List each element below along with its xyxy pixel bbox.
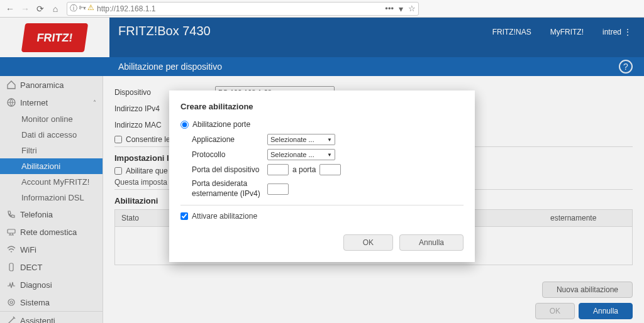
chevron-down-icon: ▼ [327, 137, 332, 143]
device-port-to-input[interactable] [319, 164, 341, 175]
chevron-down-icon: ▼ [327, 152, 332, 158]
activate-label: Attivare abilitazione [192, 212, 257, 221]
device-port-label: Porta del dispositivo [192, 165, 267, 174]
activate-checkbox[interactable] [180, 212, 188, 220]
modal-title: Creare abilitazione [180, 102, 464, 111]
back-button[interactable]: ← [3, 2, 17, 16]
application-value: Selezionate ... [270, 136, 314, 143]
port-forward-label: Abilitazione porte [192, 120, 250, 129]
port-forward-radio[interactable] [180, 121, 189, 129]
browser-toolbar: ← → ⟳ ⌂ ⓘ 🗝 ⚠ http://192.168.1.1 ••• ▾ ☆ [0, 0, 644, 18]
modal-cancel-button[interactable]: Annulla [399, 234, 464, 251]
modal-overlay: Creare abilitazione Abilitazione porte A… [0, 18, 644, 323]
lock-warning-icon: ⚠ [87, 3, 94, 14]
device-port-from-input[interactable] [267, 164, 289, 175]
application-label: Applicazione [192, 135, 267, 144]
pocket-icon[interactable]: ▾ [399, 4, 403, 14]
key-icon: 🗝 [79, 3, 86, 14]
url-text: http://192.168.1.1 [97, 4, 155, 13]
create-abilitazione-modal: Creare abilitazione Abilitazione porte A… [169, 90, 475, 262]
forward-button[interactable]: → [18, 2, 32, 16]
protocol-value: Selezionate ... [270, 151, 314, 158]
url-bar[interactable]: ⓘ 🗝 ⚠ http://192.168.1.1 ••• ▾ ☆ [67, 2, 419, 16]
ext-port-label: Porta desiderata esternamente (IPv4) [192, 179, 267, 199]
to-port-label: a porta [292, 165, 316, 174]
home-button[interactable]: ⌂ [48, 2, 62, 16]
star-icon[interactable]: ☆ [408, 4, 416, 14]
protocol-label: Protocollo [192, 150, 267, 159]
protocol-select[interactable]: Selezionate ... ▼ [267, 149, 335, 160]
more-icon[interactable]: ••• [385, 4, 394, 14]
ext-port-input[interactable] [267, 183, 289, 195]
application-select[interactable]: Selezionate ... ▼ [267, 134, 335, 145]
reload-button[interactable]: ⟳ [33, 2, 47, 16]
info-icon: ⓘ [70, 3, 77, 14]
modal-ok-button[interactable]: OK [343, 234, 393, 251]
